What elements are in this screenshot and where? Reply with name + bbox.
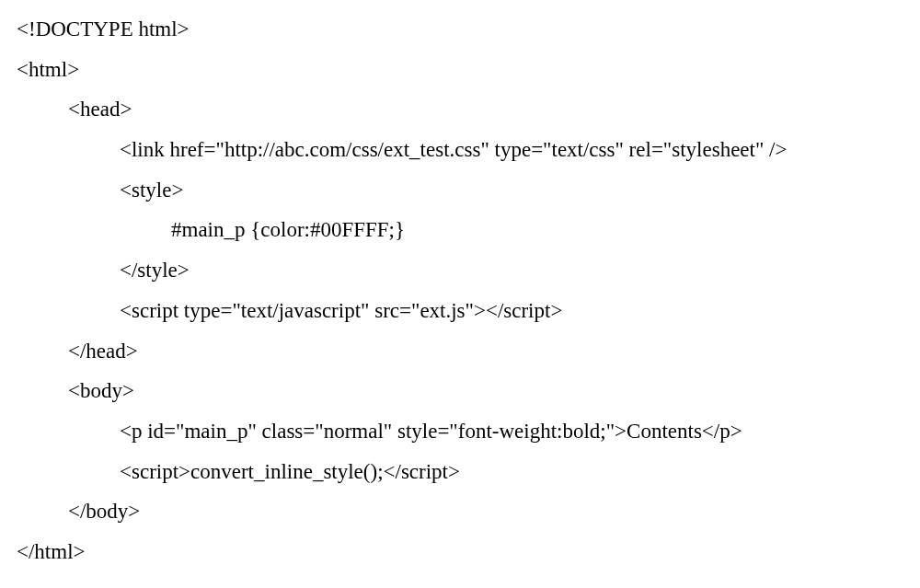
code-line: #main_p {color:#00FFFF;} [17,210,903,250]
code-line: <script type="text/javascript" src="ext.… [17,291,903,331]
code-line: <body> [17,371,903,411]
code-line: <link href="http://abc.com/css/ext_test.… [17,130,903,170]
code-line: <html> [17,50,903,90]
code-line: </body> [17,491,903,532]
code-line: </html> [17,532,903,572]
code-line: <!DOCTYPE html> [17,9,903,50]
code-line: <style> [17,170,903,211]
code-line: <p id="main_p" class="normal" style="fon… [17,411,903,452]
code-block: <!DOCTYPE html> <html> <head> <link href… [17,9,903,572]
code-line: <script>convert_inline_style();</script> [17,452,903,492]
code-line: <head> [17,89,903,130]
code-line: </head> [17,331,903,372]
code-line: </style> [17,250,903,291]
